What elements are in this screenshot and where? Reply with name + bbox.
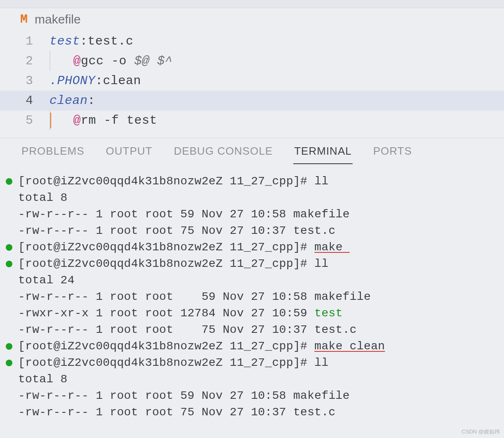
terminal-line: -rw-r--r-- 1 root root 59 Nov 27 10:58 m… xyxy=(6,206,500,223)
panel-tabs: PROBLEMSOUTPUTDEBUG CONSOLETERMINALPORTS xyxy=(0,138,504,164)
code-token: @ xyxy=(73,54,81,68)
code-token: gcc -o xyxy=(81,54,134,68)
code-token: :clean xyxy=(95,74,141,88)
terminal-gutter xyxy=(6,289,18,294)
terminal-text: total 8 xyxy=(18,371,500,388)
makefile-icon: M xyxy=(18,14,30,25)
terminal-gutter xyxy=(6,322,18,327)
terminal-segment: -rw-r--r-- 1 root root 75 Nov 27 10:37 t… xyxy=(18,406,336,419)
terminal-segment: -rwxr-xr-x 1 root root 12784 Nov 27 10:5… xyxy=(18,307,314,320)
code-token: clean xyxy=(49,94,88,108)
code-token: .PHONY xyxy=(49,74,95,88)
code-line[interactable]: 3.PHONY:clean xyxy=(0,71,504,91)
terminal-text: [root@iZ2vc00qqd4k31b8nozw2eZ 11_27_cpp]… xyxy=(18,173,500,190)
terminal-line: [root@iZ2vc00qqd4k31b8nozw2eZ 11_27_cpp]… xyxy=(6,239,500,256)
terminal-segment: [root@iZ2vc00qqd4k31b8nozw2eZ 11_27_cpp]… xyxy=(18,175,329,188)
terminal-line: -rw-r--r-- 1 root root 75 Nov 27 10:37 t… xyxy=(6,322,500,338)
terminal-gutter xyxy=(6,388,18,393)
terminal-gutter xyxy=(6,256,18,267)
prompt-indicator-icon xyxy=(6,178,12,185)
code-token: $@ $^ xyxy=(134,54,173,68)
terminal-gutter xyxy=(6,305,18,310)
terminal-line: -rw-r--r-- 1 root root 59 Nov 27 10:58 m… xyxy=(6,388,500,404)
terminal-line: [root@iZ2vc00qqd4k31b8nozw2eZ 11_27_cpp]… xyxy=(6,173,500,190)
line-number: 2 xyxy=(0,51,49,71)
terminal-gutter xyxy=(6,173,18,185)
code-line[interactable]: 1test:test.c xyxy=(0,31,504,51)
terminal-segment: -rw-r--r-- 1 root root 59 Nov 27 10:58 m… xyxy=(18,290,371,303)
code-content[interactable]: @rm -f test xyxy=(49,111,157,130)
terminal-gutter xyxy=(6,206,18,211)
terminal-segment: [root@iZ2vc00qqd4k31b8nozw2eZ 11_27_cpp]… xyxy=(18,257,329,270)
code-line[interactable]: 2 @gcc -o $@ $^ xyxy=(0,51,504,71)
editor-tab-bar xyxy=(0,0,504,8)
terminal-segment: [root@iZ2vc00qqd4k31b8nozw2eZ 11_27_cpp]… xyxy=(18,340,314,353)
terminal-text: [root@iZ2vc00qqd4k31b8nozw2eZ 11_27_cpp]… xyxy=(18,239,500,256)
code-line[interactable]: 5 @rm -f test xyxy=(0,111,504,130)
tab-output[interactable]: OUTPUT xyxy=(105,142,153,164)
terminal-segment: -rw-r--r-- 1 root root 75 Nov 27 10:37 t… xyxy=(18,224,336,237)
terminal-command: make clean xyxy=(314,340,385,353)
file-name: makefile xyxy=(35,12,81,26)
code-editor[interactable]: 1test:test.c2 @gcc -o $@ $^3.PHONY:clean… xyxy=(0,30,504,138)
terminal-line: -rw-r--r-- 1 root root 75 Nov 27 10:37 t… xyxy=(6,223,500,239)
terminal-text: -rwxr-xr-x 1 root root 12784 Nov 27 10:5… xyxy=(18,305,500,322)
line-number: 3 xyxy=(0,71,49,91)
code-content[interactable]: .PHONY:clean xyxy=(49,71,141,91)
terminal-panel[interactable]: [root@iZ2vc00qqd4k31b8nozw2eZ 11_27_cpp]… xyxy=(0,164,504,425)
terminal-line: [root@iZ2vc00qqd4k31b8nozw2eZ 11_27_cpp]… xyxy=(6,355,500,371)
terminal-gutter xyxy=(6,239,18,251)
terminal-gutter xyxy=(6,190,18,195)
terminal-command: make xyxy=(314,241,350,254)
terminal-text: total 24 xyxy=(18,272,500,289)
tab-ports[interactable]: PORTS xyxy=(372,142,413,164)
terminal-executable: test xyxy=(314,307,342,320)
terminal-line: total 8 xyxy=(6,190,500,206)
terminal-gutter xyxy=(6,404,18,409)
code-token: rm -f test xyxy=(81,113,157,127)
terminal-gutter xyxy=(6,371,18,376)
code-token: @ xyxy=(73,113,81,127)
terminal-line: -rw-r--r-- 1 root root 59 Nov 27 10:58 m… xyxy=(6,289,500,305)
tab-terminal[interactable]: TERMINAL xyxy=(293,142,352,164)
terminal-text: -rw-r--r-- 1 root root 75 Nov 27 10:37 t… xyxy=(18,404,500,421)
line-number: 5 xyxy=(0,111,49,130)
terminal-text: [root@iZ2vc00qqd4k31b8nozw2eZ 11_27_cpp]… xyxy=(18,338,500,355)
terminal-line: -rwxr-xr-x 1 root root 12784 Nov 27 10:5… xyxy=(6,305,500,322)
code-content[interactable]: @gcc -o $@ $^ xyxy=(49,51,172,71)
code-content[interactable]: test:test.c xyxy=(49,31,134,51)
line-number: 4 xyxy=(0,91,49,111)
terminal-segment: total 8 xyxy=(18,191,68,204)
prompt-indicator-icon xyxy=(6,360,12,366)
terminal-text: -rw-r--r-- 1 root root 75 Nov 27 10:37 t… xyxy=(18,322,500,338)
terminal-line: total 24 xyxy=(6,272,500,289)
terminal-segment: -rw-r--r-- 1 root root 59 Nov 27 10:58 m… xyxy=(18,208,350,221)
prompt-indicator-icon xyxy=(6,343,12,350)
code-token: :test.c xyxy=(80,34,134,48)
code-token: : xyxy=(88,94,96,108)
tab-problems[interactable]: PROBLEMS xyxy=(21,142,85,164)
terminal-gutter xyxy=(6,355,18,366)
code-token: test xyxy=(49,34,80,48)
tab-debug[interactable]: DEBUG CONSOLE xyxy=(173,142,273,164)
terminal-text: total 8 xyxy=(18,190,500,206)
terminal-line: -rw-r--r-- 1 root root 75 Nov 27 10:37 t… xyxy=(6,404,500,421)
terminal-segment: total 24 xyxy=(18,274,75,287)
line-number: 1 xyxy=(0,31,49,51)
terminal-line: total 8 xyxy=(6,371,500,388)
code-token xyxy=(50,113,73,127)
terminal-segment: total 8 xyxy=(18,373,68,386)
terminal-segment: [root@iZ2vc00qqd4k31b8nozw2eZ 11_27_cpp]… xyxy=(18,356,329,369)
code-token xyxy=(50,54,73,68)
code-line[interactable]: 4clean: xyxy=(0,91,504,111)
terminal-text: -rw-r--r-- 1 root root 75 Nov 27 10:37 t… xyxy=(18,223,500,239)
code-content[interactable]: clean: xyxy=(49,91,95,111)
terminal-gutter xyxy=(6,272,18,277)
terminal-text: -rw-r--r-- 1 root root 59 Nov 27 10:58 m… xyxy=(18,289,500,305)
prompt-indicator-icon xyxy=(6,261,12,267)
terminal-line: [root@iZ2vc00qqd4k31b8nozw2eZ 11_27_cpp]… xyxy=(6,256,500,272)
terminal-text: -rw-r--r-- 1 root root 59 Nov 27 10:58 m… xyxy=(18,206,500,223)
watermark: CSDN @姬如祎 xyxy=(462,428,500,436)
terminal-line: [root@iZ2vc00qqd4k31b8nozw2eZ 11_27_cpp]… xyxy=(6,338,500,355)
terminal-text: [root@iZ2vc00qqd4k31b8nozw2eZ 11_27_cpp]… xyxy=(18,355,500,371)
